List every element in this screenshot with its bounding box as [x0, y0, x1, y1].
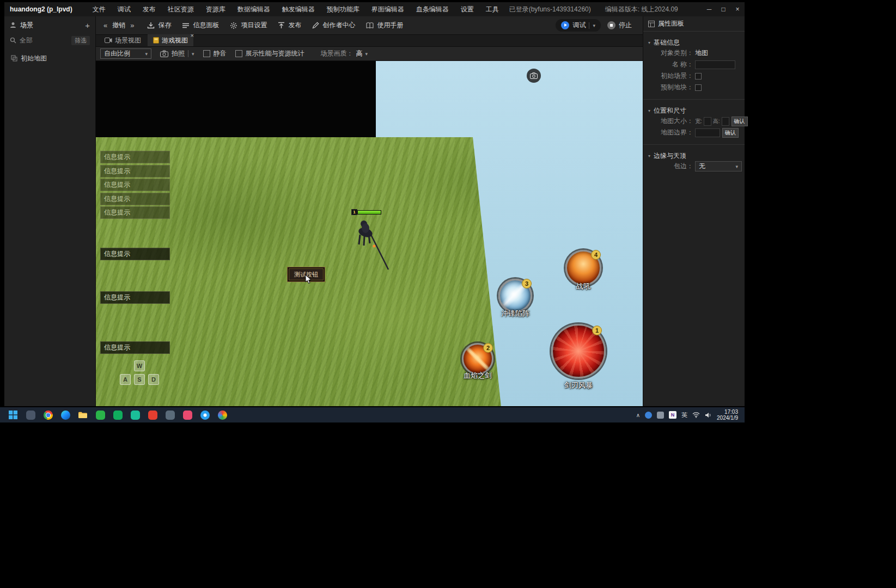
- search-scope-dropdown[interactable]: 全部: [20, 36, 33, 45]
- taskbar-icon-browser-compass[interactable]: [198, 408, 211, 421]
- map-size-confirm-button[interactable]: 确认: [732, 117, 748, 126]
- initial-scene-checkbox[interactable]: [695, 73, 702, 79]
- map-width-input[interactable]: [704, 117, 711, 126]
- tray-expand-icon[interactable]: ∧: [636, 412, 640, 418]
- tray-volume-icon[interactable]: [705, 412, 712, 418]
- taskbar-icon-chrome[interactable]: [41, 408, 54, 421]
- tray-user-icon[interactable]: [645, 412, 652, 419]
- object-category-row: 对象类别： 地图: [643, 47, 745, 59]
- tray-lang-indicator[interactable]: 英: [681, 411, 687, 419]
- maximize-button[interactable]: □: [716, 2, 730, 16]
- stats-toggle[interactable]: 展示性能与资源统计: [235, 49, 304, 58]
- prefab-tile-checkbox[interactable]: [695, 84, 702, 91]
- menu-item-community-assets[interactable]: 社区资源: [162, 5, 200, 14]
- tray-onenote-icon[interactable]: N: [669, 411, 676, 419]
- editor-window: huandong2 (p_lpvd) 文件 调试 发布 社区资源 资源库 数据编…: [4, 2, 745, 406]
- taskbar-icon-file-explorer[interactable]: [76, 408, 89, 421]
- skill-button-war-cry[interactable]: 4 战吼: [565, 250, 601, 286]
- taskbar-icon-wechat[interactable]: [94, 408, 107, 421]
- menu-item-publish[interactable]: 发布: [137, 5, 162, 14]
- key-s[interactable]: S: [134, 374, 145, 385]
- menu-item-tools[interactable]: 工具: [480, 5, 505, 14]
- undo-icon[interactable]: «: [103, 21, 107, 29]
- key-a[interactable]: A: [120, 374, 131, 385]
- mute-checkbox[interactable]: [203, 50, 210, 57]
- save-button[interactable]: 保存: [147, 21, 171, 30]
- menu-item-ui-editor[interactable]: 界面编辑器: [365, 5, 410, 14]
- map-border-row: 地图边界： 确认: [643, 127, 745, 138]
- viewport-camera-button[interactable]: [527, 69, 541, 83]
- tray-network-icon[interactable]: [692, 412, 700, 418]
- tree-item-initial-map[interactable]: 初始地图: [4, 52, 95, 64]
- skill-button-blade-storm[interactable]: 1 剑刃风暴: [551, 324, 606, 378]
- scene-quality-dropdown[interactable]: 场景画质： 高 ▾: [321, 49, 368, 58]
- start-button[interactable]: [7, 408, 20, 421]
- menu-item-hpbar-editor[interactable]: 血条编辑器: [410, 5, 455, 14]
- map-name-input[interactable]: [695, 60, 735, 69]
- undo-button[interactable]: 撤销: [112, 21, 125, 30]
- mouse-cursor: [305, 274, 312, 284]
- info-panel-button[interactable]: 信息面板: [182, 21, 219, 30]
- taskbar-icon-app-pink[interactable]: [181, 408, 194, 421]
- skill-button-blood-flame-sword[interactable]: 2 血焰之剑: [462, 343, 493, 375]
- quality-value: 高: [356, 49, 363, 58]
- menu-item-data-editor[interactable]: 数据编辑器: [231, 5, 276, 14]
- section-basic-info[interactable]: ▾ 基础信息: [643, 38, 745, 47]
- menu-item-debug[interactable]: 调试: [112, 5, 137, 14]
- debug-run-button[interactable]: 调试 ▾: [556, 19, 601, 32]
- skill-button-charge[interactable]: 3 冲锋陷阵: [498, 279, 532, 313]
- creator-center-button[interactable]: 创作者中心: [312, 21, 355, 30]
- player-character[interactable]: [344, 212, 398, 272]
- tab-game-view[interactable]: 游戏视图 ×: [148, 34, 193, 46]
- taskbar-icon-edge[interactable]: [59, 408, 72, 421]
- info-tip: 信息提示: [100, 291, 170, 304]
- redo-icon[interactable]: »: [130, 21, 134, 29]
- aspect-ratio-dropdown[interactable]: 自由比例 ▾: [100, 48, 151, 59]
- close-tab-icon[interactable]: ×: [191, 33, 194, 38]
- add-scene-button[interactable]: +: [85, 21, 90, 30]
- tray-clock[interactable]: 17:03 2024/1/9: [717, 409, 738, 421]
- menu-item-trigger-editor[interactable]: 触发编辑器: [276, 5, 321, 14]
- game-viewport[interactable]: 信息提示 信息提示 信息提示 信息提示 信息提示 信息提示 信息提示 信息提示 …: [96, 61, 643, 406]
- wrap-edge-dropdown[interactable]: 无 ▾: [695, 161, 742, 171]
- minimize-button[interactable]: ─: [702, 2, 716, 16]
- chevron-down-icon: ▾: [735, 164, 738, 169]
- screenshot-button[interactable]: 拍照 ▾: [160, 49, 194, 58]
- sidebar-header: 场景 +: [4, 16, 95, 34]
- clock-time: 17:03: [724, 409, 738, 415]
- tray-app-icon[interactable]: [657, 412, 664, 419]
- taskbar-icon-wechat-devtools[interactable]: [129, 408, 142, 421]
- manual-button[interactable]: 使用手册: [366, 21, 403, 30]
- stop-button[interactable]: 停止: [607, 21, 632, 30]
- filter-button[interactable]: 筛选: [71, 36, 90, 45]
- menu-item-asset-library[interactable]: 资源库: [200, 5, 231, 14]
- taskbar-icon-app-grey[interactable]: [163, 408, 176, 421]
- close-button[interactable]: ×: [730, 2, 745, 16]
- key-w[interactable]: W: [134, 360, 145, 371]
- map-height-input[interactable]: [722, 117, 729, 126]
- stats-checkbox[interactable]: [235, 50, 242, 57]
- upload-icon: [278, 22, 285, 29]
- chevron-down-icon[interactable]: ▾: [192, 51, 194, 57]
- menu-item-file[interactable]: 文件: [87, 5, 112, 14]
- key-d[interactable]: D: [148, 374, 159, 385]
- map-border-confirm-button[interactable]: 确认: [722, 128, 739, 138]
- taskbar-icon-wechat-work[interactable]: [111, 408, 124, 421]
- map-border-input[interactable]: [695, 128, 720, 137]
- taskbar-icon-app-dark[interactable]: [24, 408, 37, 421]
- taskbar-icon-editor-app[interactable]: [216, 408, 229, 421]
- login-status: 已登录(byfuns-1439314260): [509, 5, 591, 14]
- taskbar-icon-app-red[interactable]: [146, 408, 159, 421]
- skill-label: 剑刃风暴: [564, 381, 593, 390]
- publish-button[interactable]: 发布: [278, 21, 301, 30]
- menu-item-settings[interactable]: 设置: [455, 5, 480, 14]
- chevron-down-icon[interactable]: ▾: [593, 23, 595, 28]
- mute-toggle[interactable]: 静音: [203, 49, 227, 58]
- section-position-size[interactable]: ▾ 位置和尺寸: [643, 106, 745, 115]
- project-settings-button[interactable]: 项目设置: [230, 21, 267, 30]
- section-edge-zenith[interactable]: ▾ 边缘与天顶: [643, 151, 745, 161]
- divider: [589, 22, 589, 29]
- tab-scene-view[interactable]: 场景视图: [99, 34, 147, 46]
- game-view-icon: [153, 37, 159, 44]
- menu-item-prefab-library[interactable]: 预制功能库: [321, 5, 365, 14]
